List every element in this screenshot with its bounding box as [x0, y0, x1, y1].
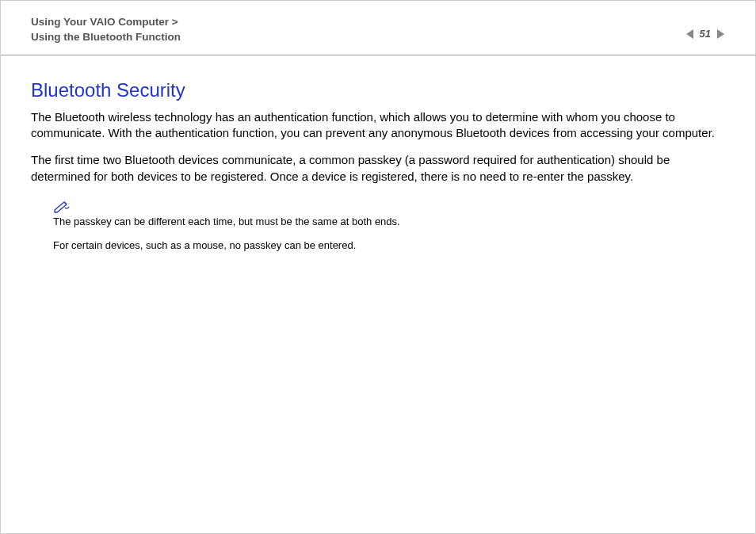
- svg-marker-1: [717, 29, 724, 39]
- chevron-left-icon: [685, 29, 695, 40]
- prev-page-button[interactable]: [685, 29, 695, 40]
- breadcrumb-line-1: Using Your VAIO Computer >: [31, 15, 181, 30]
- breadcrumb: Using Your VAIO Computer > Using the Blu…: [31, 15, 181, 45]
- page-navigation: 51: [685, 15, 725, 40]
- next-page-button[interactable]: [716, 29, 725, 40]
- chevron-right-icon: [716, 29, 725, 40]
- body-paragraph-1: The Bluetooth wireless technology has an…: [31, 109, 725, 142]
- note-text-1: The passkey can be different each time, …: [53, 215, 725, 229]
- note-icon: [53, 200, 725, 213]
- body-paragraph-2: The first time two Bluetooth devices com…: [31, 152, 725, 185]
- page-header: Using Your VAIO Computer > Using the Blu…: [1, 1, 755, 55]
- page-number: 51: [700, 28, 711, 40]
- note-block: The passkey can be different each time, …: [53, 200, 725, 253]
- svg-marker-0: [686, 29, 693, 39]
- section-title: Bluetooth Security: [31, 79, 725, 101]
- breadcrumb-line-2: Using the Bluetooth Function: [31, 30, 181, 45]
- note-text-2: For certain devices, such as a mouse, no…: [53, 238, 725, 253]
- page-content: Bluetooth Security The Bluetooth wireles…: [1, 55, 755, 286]
